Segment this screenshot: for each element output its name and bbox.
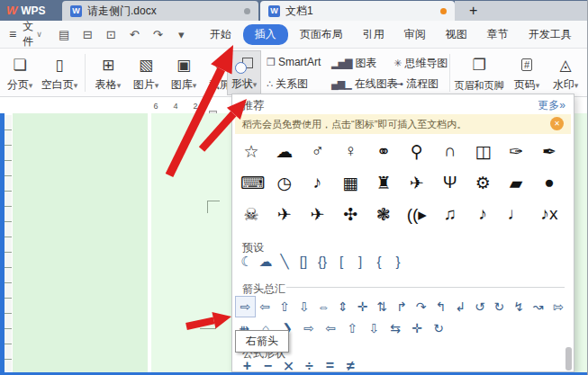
clock-icon[interactable]: ◷: [274, 173, 295, 193]
quad-arrow-shape[interactable]: ✛: [353, 297, 372, 317]
up-arrow-callout-shape[interactable]: ⇧: [346, 321, 358, 335]
bent-up-arrow-shape[interactable]: ↰: [431, 297, 450, 317]
menu-item-home[interactable]: 开始: [202, 24, 240, 45]
close-icon[interactable]: ✕: [550, 117, 564, 130]
flower-splat-icon[interactable]: ❃: [373, 204, 394, 225]
menu-item-review[interactable]: 审阅: [396, 24, 434, 45]
eighth-note-icon[interactable]: ♪: [472, 204, 493, 224]
beamed-note-icon[interactable]: ♫: [439, 204, 461, 224]
left-right-arrow-shape[interactable]: ⇔: [314, 297, 333, 317]
double-brace-shape[interactable]: {}: [315, 254, 330, 270]
quarter-note-icon[interactable]: ♩: [505, 204, 527, 224]
crescent-shape[interactable]: ☾: [240, 254, 254, 270]
smartart-button[interactable]: ❒ SmartArt: [267, 56, 321, 68]
print-icon[interactable]: ⊟: [78, 28, 97, 41]
fan-icon[interactable]: ✣: [339, 204, 361, 225]
star-icon[interactable]: ☆: [240, 141, 262, 162]
blank-page-button[interactable]: ▯ 空白页▾: [38, 50, 81, 95]
table-button[interactable]: ⊞ 表格▾: [90, 50, 126, 95]
jet-icon[interactable]: ✈: [307, 204, 329, 225]
line-shape[interactable]: ╲: [277, 254, 292, 270]
more-commands-icon[interactable]: ▾: [172, 28, 191, 41]
save-icon[interactable]: ▤: [55, 28, 74, 41]
shapes-button[interactable]: 形状▾: [227, 50, 261, 95]
left-right-arrow-callout-shape[interactable]: ⇆: [389, 321, 402, 335]
menu-item-dev-tools[interactable]: 开发工具: [520, 24, 580, 45]
file-menu[interactable]: 文件: [20, 19, 36, 49]
down-arrow-callout-shape[interactable]: ⇩: [367, 321, 380, 335]
menu-item-references[interactable]: 引用: [355, 24, 393, 45]
left-right-up-arrow-shape[interactable]: ⇅: [373, 297, 392, 317]
gallery-button[interactable]: ▣ 图库▾: [166, 50, 202, 95]
music-note-icon[interactable]: ♪: [307, 173, 329, 192]
curved-left-arrow-shape[interactable]: ↺: [470, 297, 489, 317]
microphone-icon[interactable]: Ψ: [439, 173, 461, 192]
watermark-button[interactable]: ◬ 水印▾: [547, 50, 583, 95]
chart-button[interactable]: ▂▅▇ 图表: [331, 56, 376, 71]
menu-item-page-layout[interactable]: 页面布局: [292, 24, 351, 45]
down-arrow-shape[interactable]: ⇩: [294, 297, 313, 317]
right-arrow-shape[interactable]: ⇨: [236, 297, 255, 317]
man-icon[interactable]: ♂: [307, 141, 329, 161]
scooter-icon[interactable]: ⚭: [373, 141, 394, 162]
document-page-1[interactable]: [13, 113, 148, 372]
more-link[interactable]: 更多»: [538, 98, 565, 113]
plane-icon[interactable]: ✈: [406, 173, 428, 193]
wps-logo[interactable]: W WPS: [0, 0, 62, 21]
left-arrow-callout-shape[interactable]: ⇦: [324, 321, 337, 335]
chevron-down-icon[interactable]: ∨: [36, 30, 42, 39]
scrollbar-thumb[interactable]: [565, 347, 572, 371]
bent-arrow-shape[interactable]: ↱: [393, 297, 412, 317]
gears-icon[interactable]: ⚙: [472, 173, 493, 193]
right-arrow-callout-shape[interactable]: ⇨: [303, 321, 315, 335]
piano-icon[interactable]: ⌨: [240, 173, 262, 193]
up-down-arrow-shape[interactable]: ⇕: [333, 297, 352, 317]
book-icon[interactable]: ◫: [472, 141, 493, 162]
picture-button[interactable]: ▧ 图片▾: [128, 50, 164, 95]
circular-arrow-shape[interactable]: ↻: [432, 321, 445, 335]
menu-item-view[interactable]: 视图: [438, 24, 475, 45]
feather-icon[interactable]: ✑: [505, 141, 527, 162]
mouse-icon[interactable]: ●: [538, 173, 560, 192]
redo-icon[interactable]: ↷: [149, 28, 167, 41]
curved-right-arrow-shape[interactable]: ↻: [490, 297, 509, 317]
skull-icon[interactable]: ☠: [240, 204, 262, 225]
left-bracket-shape[interactable]: [: [334, 254, 348, 270]
right-brace-shape[interactable]: }: [391, 254, 405, 270]
quad-arrow-callout-shape[interactable]: ✛: [411, 321, 423, 335]
headphones-icon[interactable]: ∩: [439, 141, 461, 161]
right-bracket-shape[interactable]: ]: [353, 254, 367, 270]
woman-icon[interactable]: ♀: [339, 141, 361, 161]
document-tab-1[interactable]: W 请走侧门.docx: [62, 1, 258, 21]
new-tab-button[interactable]: +: [455, 3, 492, 19]
cloud-shape[interactable]: ☁: [258, 254, 273, 270]
flowchart-button[interactable]: ⊶ 流程图: [394, 76, 439, 92]
online-chart-button[interactable]: ▄▆▁ 在线图表: [331, 76, 398, 92]
header-footer-button[interactable]: ❐ 页眉和页脚: [453, 50, 505, 95]
relation-diagram-button[interactable]: ∴ 关系图: [267, 76, 308, 92]
loudspeaker-icon[interactable]: ((▸: [406, 204, 428, 225]
pen-icon[interactable]: ✒: [538, 141, 560, 162]
print-preview-icon[interactable]: ⊡: [102, 28, 121, 41]
lighthouse-icon[interactable]: ♜: [373, 173, 394, 193]
magnifier-icon[interactable]: ⚲: [406, 141, 428, 162]
left-up-arrow-shape[interactable]: ↲: [451, 297, 470, 317]
striped-right-arrow-shape[interactable]: ⇰: [548, 297, 567, 317]
farm-field-icon[interactable]: ▦: [339, 173, 361, 193]
left-brace-shape[interactable]: {: [372, 254, 386, 270]
curved-up-arrow-shape[interactable]: ↝: [529, 297, 547, 317]
curved-down-arrow-shape[interactable]: ↯: [510, 297, 529, 317]
document-tab-2[interactable]: W 文档1: [260, 1, 455, 21]
tab-unsaved-dot[interactable]: [440, 8, 447, 14]
mindmap-button[interactable]: ✳ 思维导图: [394, 56, 448, 71]
undo-icon[interactable]: ↶: [125, 28, 144, 41]
note-x-icon[interactable]: ♪x: [538, 204, 560, 224]
double-bracket-shape[interactable]: []: [296, 254, 311, 270]
tab-status-dot[interactable]: [244, 8, 250, 14]
menu-item-insert[interactable]: 插入: [243, 24, 288, 45]
airplane-icon[interactable]: ✈: [274, 204, 295, 225]
up-arrow-shape[interactable]: ⇧: [275, 297, 294, 317]
page-break-button[interactable]: ❏ 分页▾: [4, 50, 36, 95]
hamburger-icon[interactable]: ≡: [5, 27, 20, 41]
cloud-icon[interactable]: ☁: [274, 141, 295, 162]
